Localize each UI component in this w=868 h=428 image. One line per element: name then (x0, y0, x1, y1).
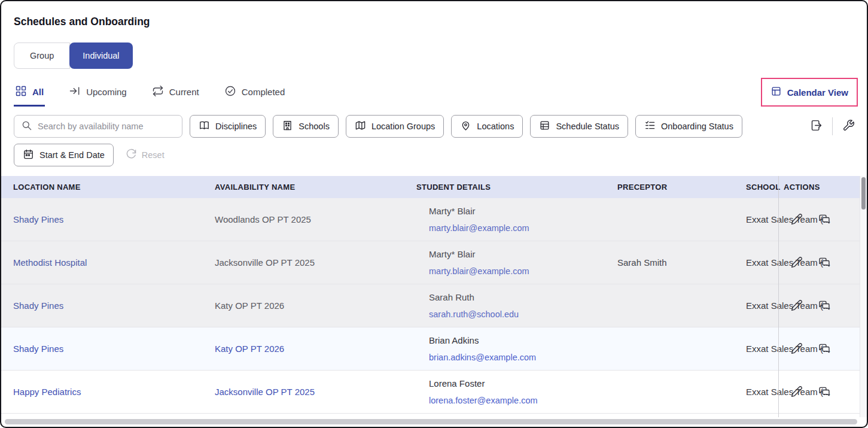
search-box (14, 115, 182, 138)
pin-icon (460, 120, 471, 133)
repeat-icon (152, 85, 164, 99)
student-email-link[interactable]: brian.adkins@example.com (429, 349, 605, 366)
table-row: Shady Pines Katy OP PT 2026 Brian Adkins… (1, 327, 867, 371)
table-row: Shady Pines Katy OP PT 2026 Sarah Ruth s… (1, 284, 867, 327)
book-icon (199, 120, 210, 133)
group-individual-toggle: Group Individual (14, 43, 133, 69)
student-email-link[interactable]: marty.blair@example.com (429, 220, 605, 236)
location-groups-filter-button[interactable]: Location Groups (346, 115, 444, 138)
tab-upcoming[interactable]: Upcoming (68, 79, 128, 107)
tab-current[interactable]: Current (151, 79, 200, 107)
filter-label: Schedule Status (556, 122, 619, 131)
wrench-icon (842, 119, 855, 133)
export-button[interactable] (808, 117, 825, 136)
export-icon (810, 119, 823, 133)
column-header-student: STUDENT DETAILS (404, 183, 605, 192)
pencil-icon (791, 342, 803, 356)
comments-button[interactable] (818, 385, 830, 399)
tab-label: Upcoming (86, 87, 127, 97)
student-details: Sarah Ruth sarah.ruth@school.edu (404, 289, 605, 323)
tab-label: Completed (242, 87, 285, 97)
schools-filter-button[interactable]: Schools (273, 115, 339, 138)
horizontal-scrollbar[interactable] (5, 419, 857, 424)
table-header: LOCATION NAME AVAILABILITY NAME STUDENT … (1, 176, 867, 198)
calendar-view-button[interactable]: Calendar View (763, 80, 855, 104)
settings-button[interactable] (840, 117, 857, 136)
filter-row-1: Disciplines Schools Location Groups Loca… (14, 115, 857, 138)
map-icon (355, 120, 366, 133)
vertical-scrollbar-thumb[interactable] (861, 177, 866, 210)
edit-button[interactable] (791, 342, 803, 356)
location-link[interactable]: Shady Pines (1, 214, 203, 224)
availability-name: Woodlands OP PT 2025 (203, 214, 404, 224)
filter-label: Location Groups (371, 122, 435, 131)
schedule-status-filter-button[interactable]: Schedule Status (530, 115, 628, 138)
pencil-icon (791, 385, 803, 399)
horizontal-scrollbar-thumb[interactable] (5, 419, 857, 424)
student-details: Brian Adkins brian.adkins@example.com (404, 332, 605, 366)
chat-bubbles-icon (818, 299, 830, 313)
tab-label: Current (169, 87, 199, 97)
tab-all[interactable]: All (14, 79, 45, 107)
toggle-individual-button[interactable]: Individual (69, 43, 132, 69)
availability-name: Katy OP PT 2026 (203, 300, 404, 311)
filter-label: Start & End Date (39, 150, 105, 160)
column-header-school: SCHOOL (734, 183, 867, 192)
filter-label: Disciplines (215, 122, 257, 131)
edit-button[interactable] (791, 213, 803, 227)
table-icon (539, 120, 550, 133)
edit-button[interactable] (791, 299, 803, 313)
pencil-icon (791, 256, 803, 270)
vertical-scrollbar[interactable] (860, 176, 867, 417)
reset-icon (126, 148, 137, 162)
vertical-divider (832, 117, 833, 135)
availability-link[interactable]: Katy OP PT 2026 (203, 344, 404, 354)
chat-bubbles-icon (818, 213, 830, 227)
student-name: Marty* Blair (429, 203, 605, 220)
tab-completed[interactable]: Completed (223, 79, 287, 107)
column-header-availability: AVAILABILITY NAME (203, 183, 404, 192)
table-row: Happy Pediatrics Jacksonville OP PT 2025… (1, 371, 867, 414)
filter-label: Locations (477, 122, 514, 131)
student-name: Marty* Blair (429, 246, 605, 263)
student-email-link[interactable]: marty.blair@example.com (429, 263, 605, 280)
start-end-date-button[interactable]: Start & End Date (14, 144, 114, 166)
search-icon (21, 120, 32, 133)
onboarding-status-filter-button[interactable]: Onboarding Status (635, 115, 742, 138)
chat-bubbles-icon (818, 385, 830, 399)
calendar-icon (23, 148, 34, 162)
tab-bar: All Upcoming Current Completed (14, 79, 286, 107)
student-email-link[interactable]: sarah.ruth@school.edu (429, 306, 605, 323)
reset-button[interactable]: Reset (126, 148, 165, 162)
student-name: Lorena Foster (429, 375, 605, 392)
calendar-grid-icon (770, 86, 782, 99)
availability-link[interactable]: Jacksonville OP PT 2025 (203, 387, 404, 397)
location-link[interactable]: Methodist Hospital (1, 257, 203, 268)
student-details: Lorena Foster lorena.foster@example.com (404, 375, 605, 409)
schedules-table: LOCATION NAME AVAILABILITY NAME STUDENT … (1, 176, 867, 417)
tab-label: All (32, 87, 44, 97)
column-header-preceptor: PRECEPTOR (605, 183, 734, 192)
comments-button[interactable] (818, 299, 830, 313)
student-details: Marty* Blair marty.blair@example.com (404, 203, 605, 236)
table-row: Shady Pines Woodlands OP PT 2025 Marty* … (1, 198, 867, 241)
edit-button[interactable] (791, 256, 803, 270)
student-email-link[interactable]: lorena.foster@example.com (429, 392, 605, 409)
locations-filter-button[interactable]: Locations (451, 115, 523, 138)
location-link[interactable]: Shady Pines (1, 300, 203, 311)
reset-label: Reset (142, 150, 165, 160)
comments-button[interactable] (818, 213, 830, 227)
disciplines-filter-button[interactable]: Disciplines (190, 115, 266, 138)
toggle-group-button[interactable]: Group (14, 43, 70, 69)
location-link[interactable]: Happy Pediatrics (1, 387, 203, 397)
search-input[interactable] (38, 122, 175, 131)
calendar-view-highlight-annotation: Calendar View (761, 78, 858, 107)
building-icon (282, 120, 293, 133)
filter-row-2: Start & End Date Reset (14, 144, 165, 166)
filter-label: Onboarding Status (661, 122, 733, 131)
comments-button[interactable] (818, 342, 830, 356)
location-link[interactable]: Shady Pines (1, 344, 203, 354)
student-name: Brian Adkins (429, 332, 605, 349)
edit-button[interactable] (791, 385, 803, 399)
comments-button[interactable] (818, 256, 830, 270)
